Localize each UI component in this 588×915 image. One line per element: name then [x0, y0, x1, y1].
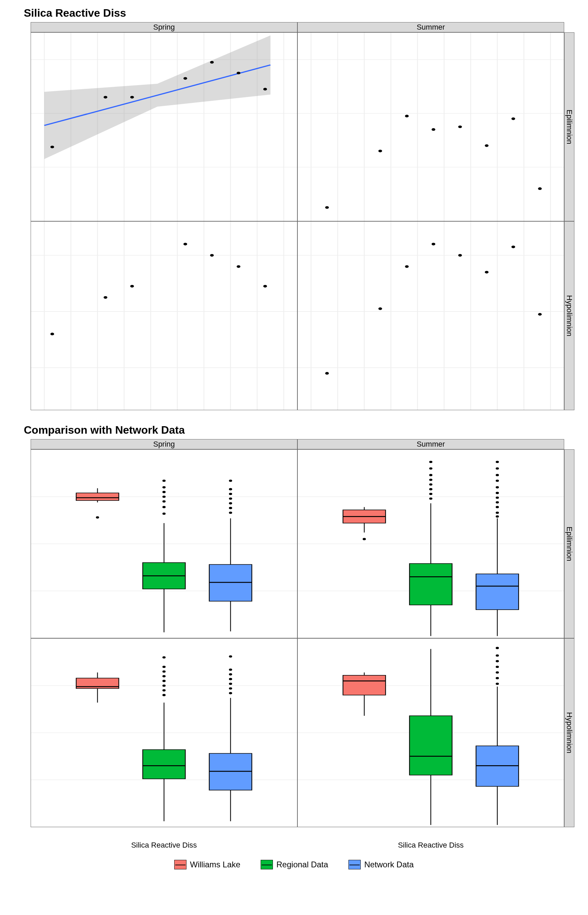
chart2-xlabel-left: Silica Reactive Diss: [31, 841, 297, 850]
svg-point-39: [458, 126, 462, 128]
panel-spring_hypolimnion: 05101520: [31, 638, 297, 827]
svg-point-102: [162, 480, 165, 482]
chart2-xlabels: Silica Reactive Diss Silica Reactive Dis…: [31, 841, 574, 850]
scatter-chart: Silica Reactive Diss Result (mg/L) Sprin…: [7, 7, 581, 410]
svg-point-172: [229, 678, 232, 681]
svg-point-191: [496, 677, 499, 679]
svg-point-159: [162, 689, 165, 692]
panel-spring_epilimnion: 05101520: [31, 449, 297, 638]
chart2-xlabel-right: Silica Reactive Diss: [297, 841, 564, 850]
svg-rect-134: [476, 574, 519, 609]
svg-marker-13: [44, 36, 271, 159]
svg-point-165: [162, 656, 165, 659]
svg-point-110: [229, 493, 232, 495]
legend-key-icon: [349, 860, 361, 870]
chart1-title: Silica Reactive Diss: [24, 7, 581, 19]
svg-point-162: [162, 675, 165, 677]
svg-point-144: [496, 474, 499, 476]
panel-summer_hypolimnion: 2016201720182019202020212022202320242025: [297, 221, 564, 410]
svg-point-15: [50, 146, 54, 149]
svg-point-111: [229, 488, 232, 490]
svg-point-195: [496, 654, 499, 656]
chart1-grid: SpringSummer121416Epilimnion121416201620…: [31, 22, 574, 410]
svg-point-141: [496, 492, 499, 494]
svg-point-20: [236, 72, 240, 74]
chart2-legend: Williams LakeRegional DataNetwork Data: [7, 860, 581, 870]
svg-point-127: [429, 488, 432, 490]
svg-point-196: [496, 647, 499, 649]
svg-point-100: [162, 491, 165, 493]
svg-point-190: [496, 682, 499, 685]
legend-item: Network Data: [349, 860, 414, 870]
svg-point-173: [229, 673, 232, 676]
svg-point-106: [229, 512, 232, 514]
svg-point-128: [429, 483, 432, 486]
col-strip: Spring: [31, 22, 297, 32]
svg-point-77: [378, 307, 382, 310]
chart2-title: Comparison with Network Data: [24, 424, 581, 436]
svg-point-109: [229, 497, 232, 500]
svg-point-175: [229, 655, 232, 658]
svg-point-158: [162, 694, 165, 697]
svg-point-80: [458, 254, 462, 257]
svg-point-92: [96, 516, 99, 519]
panel-summer_epilimnion: [297, 32, 564, 221]
svg-point-37: [405, 115, 409, 118]
svg-point-18: [183, 77, 187, 80]
row-strip: Epilimnion: [564, 449, 574, 638]
svg-point-169: [229, 692, 232, 694]
svg-point-42: [538, 187, 542, 190]
legend-label: Regional Data: [276, 860, 328, 870]
col-strip: Spring: [31, 439, 297, 449]
svg-point-57: [103, 296, 107, 299]
panel-summer_hypolimnion: [297, 638, 564, 827]
svg-point-97: [162, 506, 165, 508]
svg-point-99: [162, 496, 165, 498]
svg-point-192: [496, 671, 499, 674]
legend-item: Regional Data: [261, 860, 328, 870]
svg-point-76: [325, 372, 329, 375]
svg-point-79: [431, 243, 435, 246]
svg-rect-104: [209, 564, 252, 601]
svg-point-82: [511, 246, 515, 248]
svg-point-56: [50, 333, 54, 335]
svg-point-160: [162, 685, 165, 687]
col-strip: Summer: [297, 22, 564, 32]
svg-point-16: [103, 96, 107, 99]
svg-point-61: [236, 265, 240, 268]
svg-point-112: [229, 480, 232, 482]
svg-point-131: [429, 467, 432, 470]
panel-summer_epilimnion: [297, 449, 564, 638]
svg-point-98: [162, 500, 165, 503]
legend-key-icon: [261, 860, 273, 870]
legend-label: Williams Lake: [190, 860, 240, 870]
svg-point-140: [496, 497, 499, 499]
svg-point-137: [496, 512, 499, 514]
svg-point-164: [162, 666, 165, 668]
svg-point-107: [229, 507, 232, 509]
svg-point-81: [485, 271, 489, 274]
svg-point-193: [496, 666, 499, 668]
svg-point-130: [429, 474, 432, 476]
svg-point-108: [229, 502, 232, 504]
svg-point-142: [496, 486, 499, 488]
svg-rect-156: [142, 750, 185, 779]
boxplot-chart: Comparison with Network Data Results (mg…: [7, 424, 581, 870]
svg-rect-90: [76, 493, 119, 500]
chart2-grid: SpringSummer05101520Epilimnion05101520Hy…: [31, 439, 574, 827]
svg-point-101: [162, 486, 165, 488]
panel-spring_epilimnion: 121416: [31, 32, 297, 221]
svg-point-145: [496, 467, 499, 470]
svg-point-171: [229, 682, 232, 685]
svg-rect-185: [409, 716, 452, 775]
svg-point-35: [325, 206, 329, 209]
svg-point-96: [162, 512, 165, 515]
row-strip: Hypolimnion: [564, 221, 574, 410]
svg-point-125: [429, 497, 432, 500]
legend-key-icon: [174, 860, 186, 870]
svg-point-17: [130, 96, 134, 99]
svg-point-146: [496, 461, 499, 463]
svg-point-40: [485, 144, 489, 147]
svg-point-60: [210, 254, 214, 257]
svg-point-138: [496, 506, 499, 508]
